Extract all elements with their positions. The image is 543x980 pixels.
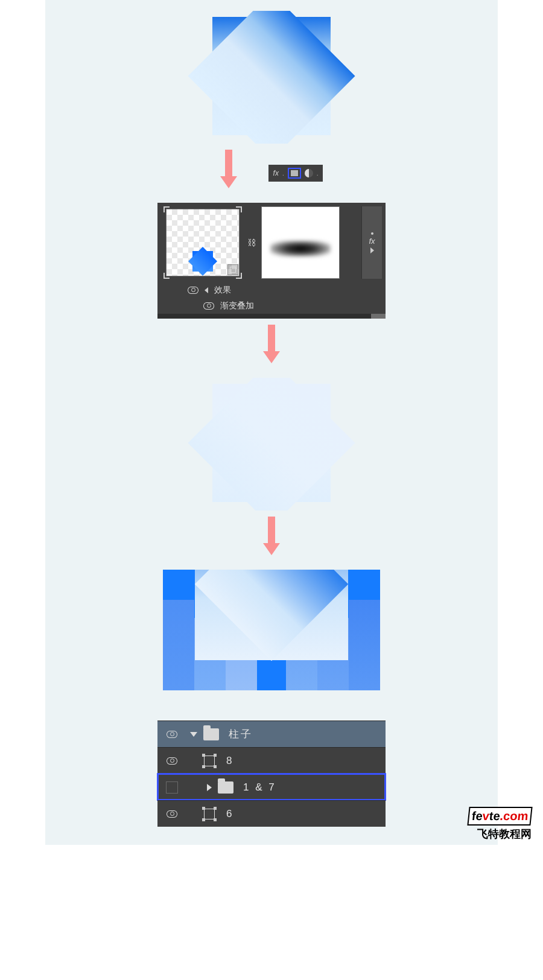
- vector-shape-icon: [202, 754, 217, 768]
- adjustment-icon[interactable]: [305, 169, 313, 177]
- gradient-overlay-row[interactable]: 渐变叠加: [157, 298, 386, 314]
- star-shape-icon: [185, 249, 221, 273]
- vector-path-badge-icon: [227, 264, 238, 275]
- arrow-down-1: [220, 176, 237, 188]
- dot-icon: .: [317, 170, 319, 177]
- mask-smudge-icon: [270, 241, 331, 256]
- star-gradient-faint: [163, 378, 380, 511]
- layer-thumbnail[interactable]: [164, 206, 242, 279]
- link-icon[interactable]: ⛓: [247, 238, 256, 247]
- eye-icon[interactable]: [167, 731, 177, 738]
- eye-icon[interactable]: [167, 810, 177, 818]
- layer-mask-panel: ⛓ fx 效果 渐变叠加: [157, 203, 386, 319]
- effects-label: 效果: [214, 285, 231, 296]
- collapse-triangle-icon: [205, 287, 208, 293]
- fx-label: fx: [273, 169, 279, 177]
- fx-sidebar[interactable]: fx: [361, 206, 382, 279]
- chevron-right-icon[interactable]: [207, 784, 212, 791]
- wm-a: fe: [471, 809, 483, 822]
- dot-icon: .: [282, 170, 284, 177]
- result-3d-block: [163, 570, 380, 690]
- eye-icon[interactable]: [188, 287, 198, 294]
- wm-d: .com: [499, 809, 529, 822]
- layer-label: 6: [226, 808, 233, 820]
- wm-c: te: [488, 809, 500, 822]
- chevron-right-icon: [370, 247, 374, 253]
- layer-label: 1 & 7: [243, 781, 276, 794]
- layer-group-row[interactable]: 柱子: [157, 721, 386, 747]
- effects-row[interactable]: 效果: [157, 282, 386, 298]
- watermark: fevte.com 飞特教程网: [468, 807, 532, 841]
- layer-label: 8: [226, 755, 233, 767]
- arrow-down-2: [263, 351, 280, 363]
- group-name: 柱子: [229, 727, 253, 741]
- wm-sub: 飞特教程网: [468, 827, 532, 841]
- layer-row-1-7[interactable]: 1 & 7: [157, 774, 386, 800]
- eye-icon[interactable]: [167, 757, 177, 765]
- gradient-overlay-label: 渐变叠加: [220, 301, 254, 311]
- chevron-down-icon[interactable]: [190, 732, 197, 737]
- mask-thumbnail[interactable]: [261, 206, 340, 279]
- fx-mini-toolbar: fx . .: [268, 165, 323, 182]
- eye-icon[interactable]: [203, 302, 214, 310]
- folder-icon: [203, 728, 219, 740]
- star-gradient-1: [163, 11, 380, 144]
- layers-panel: 柱子 8 1 & 7: [157, 721, 386, 827]
- fx-side-label: fx: [369, 237, 375, 246]
- folder-icon: [218, 781, 233, 794]
- add-mask-button[interactable]: [288, 168, 301, 179]
- vector-shape-icon: [202, 807, 217, 821]
- panel-scrollbar[interactable]: [157, 314, 386, 319]
- visibility-off-icon[interactable]: [166, 781, 178, 794]
- layer-row-8[interactable]: 8: [157, 747, 386, 774]
- arrow-down-3: [263, 543, 280, 555]
- layer-row-6[interactable]: 6: [157, 800, 386, 827]
